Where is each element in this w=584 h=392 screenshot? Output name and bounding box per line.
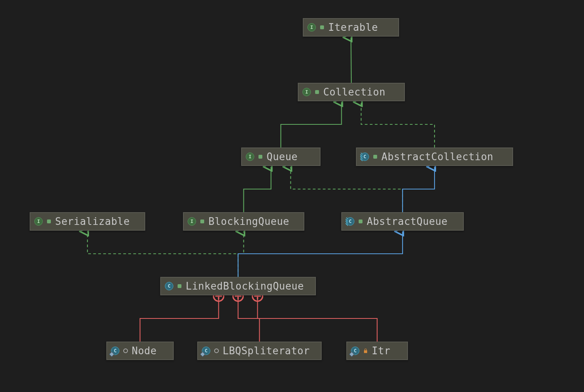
class-badge-icon: C — [111, 347, 119, 355]
inner-class-decorator-icon — [200, 352, 205, 357]
node-iterable[interactable]: IIterable — [303, 18, 399, 37]
node-label: LinkedBlockingQueue — [186, 280, 304, 292]
node-abstractqueue[interactable]: CAbstractQueue — [341, 212, 464, 231]
abstractclass-badge-icon: C — [346, 217, 354, 226]
interface-badge-icon: I — [302, 88, 311, 96]
edge-itr-to-linkedblockingqueue — [258, 296, 378, 342]
node-label: AbstractQueue — [367, 216, 448, 227]
edge-lbqspliterator-to-linkedblockingqueue — [238, 296, 260, 342]
visibility-public-icon — [319, 25, 325, 29]
edge-abstractcollection-to-collection — [361, 102, 435, 147]
node-label: Node — [132, 345, 157, 357]
node-linkedblockingqueue[interactable]: CLinkedBlockingQueue — [160, 277, 316, 295]
node-label: Itr — [372, 345, 390, 357]
node-label: BlockingQueue — [208, 216, 289, 227]
interface-badge-icon: I — [246, 152, 254, 161]
node-label: Collection — [323, 86, 386, 98]
node-queue[interactable]: IQueue — [241, 147, 321, 166]
node-collection[interactable]: ICollection — [298, 83, 405, 101]
inner-class-decorator-icon — [349, 352, 354, 357]
visibility-package-icon — [123, 348, 129, 353]
class-badge-icon: C — [351, 347, 359, 355]
class-badge-icon: C — [165, 282, 173, 290]
node-label: LBQSpliterator — [223, 345, 310, 357]
visibility-public-icon — [372, 155, 378, 159]
interface-badge-icon: I — [34, 217, 43, 226]
edge-linkedblockingqueue-to-abstractqueue — [238, 231, 403, 277]
visibility-public-icon — [257, 155, 263, 159]
interface-badge-icon: I — [307, 23, 316, 32]
edge-linkedblockingqueue-to-serializable — [87, 231, 238, 277]
edge-blockingqueue-to-queue — [244, 167, 271, 212]
visibility-private-icon — [362, 348, 369, 353]
node-label: Iterable — [328, 22, 378, 33]
visibility-public-icon — [199, 219, 205, 223]
node-blockingqueue[interactable]: IBlockingQueue — [183, 212, 304, 231]
visibility-package-icon — [213, 348, 220, 353]
edge-abstractqueue-to-abstractcollection — [403, 167, 435, 212]
inner-class-decorator-icon — [109, 352, 114, 357]
node-serializable[interactable]: ISerializable — [30, 212, 145, 231]
node-abstractcollection[interactable]: CAbstractCollection — [356, 147, 513, 166]
edge-collection-to-iterable — [351, 37, 351, 83]
node-lbqspliterator[interactable]: CLBQSpliterator — [197, 342, 322, 360]
abstractclass-badge-icon: C — [361, 152, 369, 161]
node-label: Queue — [267, 151, 298, 162]
visibility-public-icon — [357, 219, 364, 223]
visibility-public-icon — [314, 90, 320, 94]
edge-node-to-linkedblockingqueue — [140, 296, 219, 342]
edge-queue-to-collection — [281, 102, 342, 147]
edge-linkedblockingqueue-to-blockingqueue — [238, 231, 244, 277]
class-badge-icon: C — [202, 347, 210, 355]
edges-layer — [0, 0, 584, 392]
visibility-public-icon — [176, 284, 183, 288]
node-itr[interactable]: CItr — [346, 342, 408, 360]
node-label: AbstractCollection — [381, 151, 493, 162]
visibility-public-icon — [46, 219, 52, 223]
edge-abstractqueue-to-queue — [291, 167, 403, 212]
class-diagram-canvas: IIterableICollectionIQueueCAbstractColle… — [0, 0, 584, 392]
interface-badge-icon: I — [188, 217, 196, 226]
node-node[interactable]: CNode — [106, 342, 174, 360]
node-label: Serializable — [55, 216, 130, 227]
